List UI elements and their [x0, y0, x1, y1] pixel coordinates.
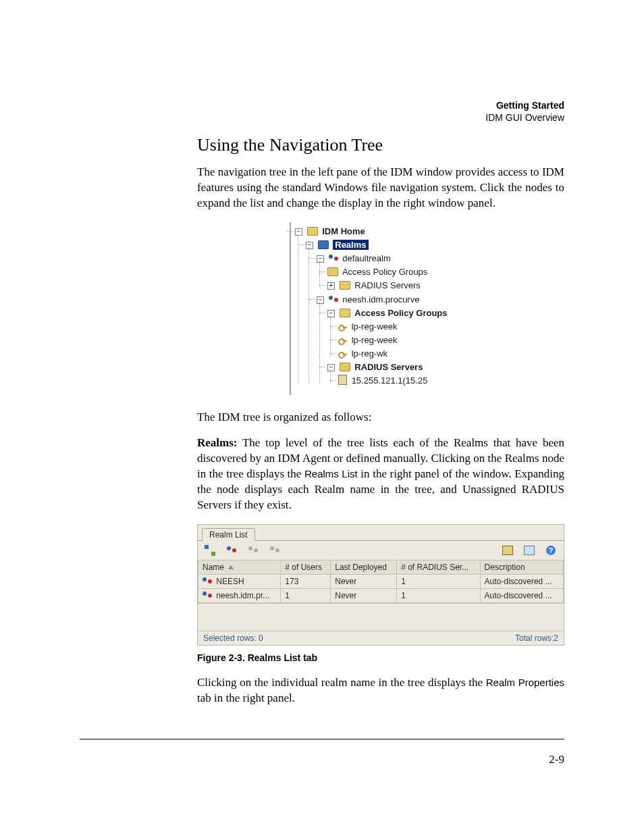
users-toggle-2-button: [268, 544, 283, 557]
tree-label: lp-reg-week: [352, 321, 398, 332]
tree-label: IDM Home: [322, 226, 365, 236]
tree-label: Realms: [333, 240, 368, 250]
print-button[interactable]: [500, 544, 515, 557]
folder-icon: [318, 240, 329, 249]
tree-label: neesh.idm.procurve: [342, 294, 419, 305]
tree-node-realms[interactable]: − Realms − defaultrealm: [306, 238, 469, 388]
tree-label: RADIUS Servers: [354, 280, 421, 290]
table-row[interactable]: NEESH 173 Never 1 Auto-discovered ...: [198, 575, 564, 589]
users-icon: [203, 592, 212, 600]
tree-node-apg2[interactable]: − Access Policy Groups lp-reg-week: [327, 307, 469, 361]
intro-paragraph: The navigation tree in the left pane of …: [197, 165, 564, 211]
print-icon: [502, 546, 513, 555]
collapse-icon[interactable]: −: [327, 310, 335, 317]
realm-properties-term: Realm Properties: [486, 677, 564, 688]
collapse-icon[interactable]: −: [306, 242, 313, 249]
help-icon: ?: [546, 546, 556, 555]
col-name[interactable]: Name: [198, 561, 281, 575]
users-icon: [203, 577, 212, 585]
realms-list-term: Realms List: [304, 468, 358, 479]
cell-radius: 1: [397, 589, 480, 603]
closing-c: tab in the right panel.: [197, 692, 295, 704]
col-radius[interactable]: # of RADIUS Ser...: [397, 561, 480, 575]
col-desc[interactable]: Description: [480, 561, 563, 575]
cell-name: neesh.idm.pr...: [216, 591, 269, 600]
tree-label: Access Policy Groups: [342, 267, 427, 277]
cell-deployed: Never: [331, 575, 397, 589]
tree-node-neesh[interactable]: − neesh.idm.procurve − Access Policy Gro…: [317, 293, 469, 388]
export-button[interactable]: [522, 544, 537, 557]
tree-label: RADIUS Servers: [354, 362, 423, 372]
collapse-icon[interactable]: −: [317, 296, 324, 304]
tree-intro: The IDM tree is organized as follows:: [197, 410, 564, 425]
status-total: Total rows:2: [515, 633, 558, 643]
footer-rule: [80, 739, 564, 739]
cell-name: NEESH: [216, 577, 244, 586]
tree-node-radius[interactable]: + RADIUS Servers: [327, 279, 469, 292]
help-button[interactable]: ?: [543, 544, 558, 557]
tree-icon: [205, 545, 215, 556]
folder-icon: [340, 281, 350, 290]
cell-users: 1: [281, 589, 331, 603]
status-selected: Selected rows: 0: [203, 633, 263, 643]
closing-paragraph: Clicking on the individual realm name in…: [197, 675, 564, 706]
col-deployed[interactable]: Last Deployed: [331, 561, 397, 575]
tree-node-server-ip[interactable]: 15.255.121.1(15.25: [338, 374, 469, 388]
expand-icon[interactable]: +: [327, 282, 335, 290]
tree-node-apg[interactable]: Access Policy Groups: [327, 265, 469, 279]
tree-label: defaultrealm: [342, 253, 391, 263]
tree-node-lpreg2[interactable]: lp-reg-week: [338, 334, 469, 347]
users-toggle-1-button: [246, 544, 261, 557]
running-header: Getting Started IDM GUI Overview: [485, 100, 564, 124]
collapse-icon[interactable]: −: [327, 364, 335, 371]
chapter-title: Getting Started: [485, 100, 564, 112]
tree-node-lpwk[interactable]: lp-reg-wk: [338, 347, 469, 361]
key-icon: [338, 336, 347, 344]
folder-icon: [307, 227, 318, 236]
panel-toolbar: ?: [198, 540, 564, 560]
add-users-button[interactable]: [225, 544, 240, 557]
col-label: Name: [203, 563, 224, 572]
tab-realm-list[interactable]: Realm List: [202, 528, 255, 541]
sort-asc-icon: [228, 565, 234, 569]
users-icon: [329, 255, 338, 263]
tree-label: Access Policy Groups: [354, 308, 447, 318]
tree-node-radius2[interactable]: − RADIUS Servers 15.255.121.1(15.25: [327, 361, 469, 388]
users-icon: [227, 546, 236, 554]
folder-icon: [327, 267, 338, 276]
realms-paragraph: Realms: The top level of the tree lists …: [197, 436, 564, 513]
table-row[interactable]: neesh.idm.pr... 1 Never 1 Auto-discovere…: [198, 589, 564, 603]
figure-caption: Figure 2-3. Realms List tab: [197, 652, 564, 663]
server-icon: [338, 375, 347, 385]
realm-table: Name # of Users Last Deployed # of RADIU…: [198, 560, 564, 603]
key-icon: [338, 323, 347, 331]
cell-desc: Auto-discovered ...: [480, 589, 563, 603]
cell-radius: 1: [397, 575, 480, 589]
section-title: IDM GUI Overview: [485, 112, 564, 124]
tree-node-defaultrealm[interactable]: − defaultrealm Access Policy Groups: [317, 252, 469, 292]
col-users[interactable]: # of Users: [281, 561, 331, 575]
cell-deployed: Never: [331, 589, 397, 603]
collapse-icon[interactable]: −: [295, 228, 302, 236]
collapse-icon[interactable]: −: [317, 255, 324, 263]
tree-label: lp-reg-wk: [352, 348, 387, 359]
folder-icon: [340, 363, 350, 371]
users-icon: [270, 546, 279, 554]
export-icon: [524, 546, 535, 555]
realms-lead: Realms:: [197, 436, 237, 449]
tree-label: lp-reg-week: [352, 335, 398, 345]
cell-desc: Auto-discovered ...: [480, 575, 563, 589]
tree-label: 15.255.121.1(15.25: [352, 375, 428, 386]
folder-icon: [340, 309, 350, 317]
tree-node-lpreg1[interactable]: lp-reg-week: [338, 320, 469, 334]
page-heading: Using the Navigation Tree: [197, 135, 564, 155]
key-icon: [338, 350, 347, 358]
cell-users: 173: [281, 575, 331, 589]
page-number: 2-9: [549, 753, 564, 766]
add-realm-button[interactable]: [203, 544, 218, 557]
realm-list-panel: Realm List ? Name: [197, 524, 564, 646]
closing-a: Clicking on the individual realm name in…: [197, 676, 486, 689]
nav-tree-figure: − IDM Home − Realms − def: [290, 222, 472, 395]
users-icon: [329, 296, 338, 304]
tree-node-idm-home[interactable]: − IDM Home − Realms − def: [295, 225, 469, 388]
